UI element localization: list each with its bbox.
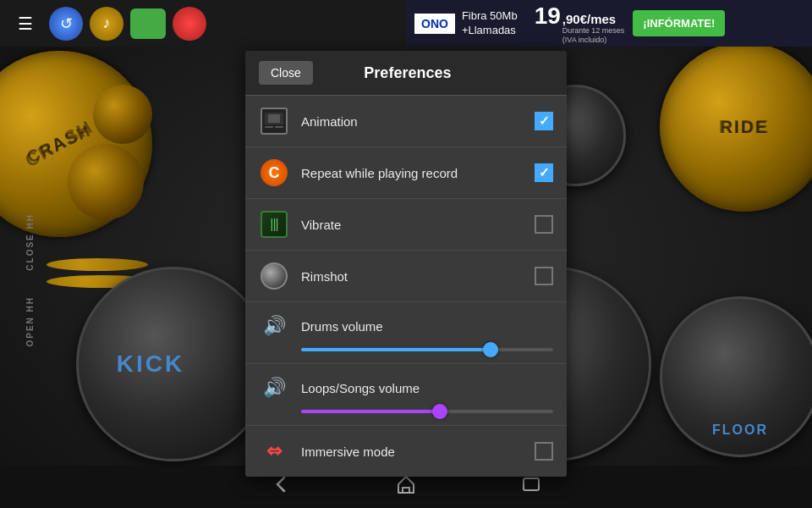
vibrate-label: Vibrate — [301, 218, 535, 232]
repeat-checkbox[interactable] — [535, 163, 553, 182]
pref-item-repeat: C Repeat while playing record — [245, 147, 567, 199]
animation-icon — [259, 106, 289, 136]
green-button[interactable] — [130, 8, 166, 39]
svg-rect-1 — [524, 478, 539, 490]
rimshot-icon — [261, 262, 288, 290]
ad-price-decimal: ,90€/mes — [562, 12, 625, 26]
ad-price-note2: (IVA incluido) — [562, 36, 625, 44]
preferences-modal: Close Preferences Animation — [245, 51, 567, 477]
drums-volume-track[interactable] — [301, 348, 553, 351]
ad-cta-button[interactable]: ¡INFÓRMATE! — [633, 10, 725, 36]
rimshot-checkbox[interactable] — [535, 267, 553, 285]
music-icon: ♪ — [103, 14, 111, 32]
loops-volume-label: Loops/Songs volume — [301, 381, 420, 395]
pref-item-rimshot: Rimshot — [245, 251, 567, 302]
pref-item-vibrate: ||| Vibrate — [245, 199, 567, 251]
immersive-checkbox[interactable] — [535, 442, 553, 461]
rimshot-icon-wrapper — [259, 261, 289, 291]
refresh-button[interactable]: ↺ — [49, 7, 83, 41]
drums-volume-icon-wrapper: 🔊 — [259, 311, 289, 341]
repeat-icon-wrapper: C — [259, 157, 289, 188]
animation-label: Animation — [301, 114, 535, 129]
red-button[interactable] — [173, 7, 206, 41]
ad-price-main: 19 — [535, 3, 561, 30]
immersive-icon: ⇔ — [266, 440, 282, 462]
drums-volume-icon: 🔊 — [263, 315, 286, 337]
vibrate-icon-wrapper: ||| — [259, 209, 289, 240]
recents-button[interactable] — [519, 472, 543, 501]
pref-item-immersive: ⇔ Immersive mode — [245, 426, 567, 477]
loops-volume-row: 🔊 Loops/Songs volume — [245, 364, 567, 426]
ad-price-note1: Durante 12 meses — [562, 26, 625, 36]
loops-volume-fill — [301, 410, 440, 413]
ad-banner[interactable]: ONO Fibra 50Mb +Llamadas 19 ,90€/mes Dur… — [406, 0, 812, 47]
modal-title: Preferences — [313, 64, 502, 82]
animation-checkbox[interactable] — [535, 112, 553, 130]
ad-price-block: 19 ,90€/mes Durante 12 meses (IVA inclui… — [526, 3, 625, 44]
drums-volume-thumb[interactable] — [483, 342, 498, 357]
close-button[interactable]: Close — [259, 61, 313, 85]
modal-header: Close Preferences — [245, 51, 567, 96]
immersive-label: Immersive mode — [301, 444, 535, 459]
rimshot-label: Rimshot — [301, 269, 535, 284]
ad-brand: ONO — [414, 14, 455, 34]
svg-rect-0 — [403, 488, 409, 493]
repeat-label: Repeat while playing record — [301, 166, 535, 180]
loops-volume-top: 🔊 Loops/Songs volume — [259, 373, 553, 403]
modal-overlay: Close Preferences Animation — [0, 47, 812, 466]
music-button[interactable]: ♪ — [90, 7, 123, 41]
ad-price-detail-block: ,90€/mes Durante 12 meses (IVA incluido) — [562, 12, 625, 44]
drums-volume-fill — [301, 348, 491, 351]
loops-volume-icon: 🔊 — [263, 377, 286, 399]
loops-volume-track[interactable] — [301, 410, 553, 413]
menu-button[interactable]: ☰ — [8, 7, 42, 41]
drums-volume-label: Drums volume — [301, 319, 383, 334]
vibrate-icon: ||| — [270, 217, 277, 232]
ad-text: Fibra 50Mb +Llamadas — [462, 9, 518, 38]
vibrate-checkbox[interactable] — [535, 215, 553, 234]
back-button[interactable] — [269, 472, 293, 501]
repeat-icon: C — [269, 164, 280, 182]
loops-volume-icon-wrapper: 🔊 — [259, 373, 289, 403]
immersive-icon-wrapper: ⇔ — [259, 436, 289, 467]
home-button[interactable] — [394, 472, 418, 501]
loops-volume-thumb[interactable] — [432, 404, 447, 419]
pref-item-animation: Animation — [245, 96, 567, 147]
menu-icon: ☰ — [18, 15, 33, 32]
drums-volume-row: 🔊 Drums volume — [245, 302, 567, 364]
drums-volume-top: 🔊 Drums volume — [259, 311, 553, 341]
refresh-icon: ↺ — [60, 14, 73, 33]
toolbar: ☰ ↺ ♪ ONO Fibra 50Mb +Llamadas 19 ,90€/m… — [0, 0, 812, 47]
